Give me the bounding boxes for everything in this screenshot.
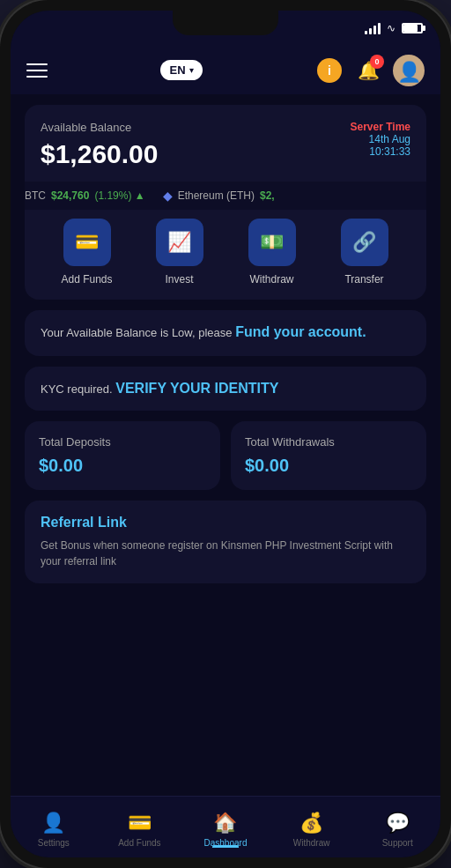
eth-label: Ethereum (ETH): [178, 189, 255, 202]
action-buttons: 💳 Add Funds 📈 Invest 💵 W: [41, 210, 410, 289]
settings-icon: 👤: [41, 812, 65, 835]
hamburger-menu-button[interactable]: [26, 63, 48, 78]
language-label: EN: [169, 63, 185, 77]
chart-icon: 📈: [167, 231, 191, 254]
invest-button[interactable]: 📈 Invest: [149, 219, 211, 286]
withdraw-nav-icon: 💰: [299, 812, 323, 835]
bottom-nav-support[interactable]: 💬 Support: [354, 806, 440, 848]
low-balance-alert: Your Available Balance is Low, please Fu…: [25, 310, 426, 356]
notifications-button[interactable]: 🔔 0: [354, 56, 382, 85]
verify-identity-link[interactable]: VERIFY YOUR IDENTITY: [115, 381, 278, 396]
nav-right-icons: i 🔔 0 👤: [315, 55, 425, 86]
credit-card-icon: 💳: [75, 231, 99, 254]
notification-badge: 0: [370, 55, 384, 69]
phone-frame: ∿ EN ▾ i: [0, 0, 451, 868]
btc-symbol: BTC: [25, 189, 46, 202]
ticker-btc: BTC $24,760 (1.19%) ▲: [25, 189, 145, 203]
bottom-nav-settings[interactable]: 👤 Settings: [11, 806, 97, 848]
chevron-down-icon: ▾: [189, 65, 194, 75]
fund-account-link[interactable]: Fund your account.: [235, 324, 366, 339]
bottom-nav-withdraw[interactable]: 💰 Withdraw: [269, 806, 355, 848]
server-time-label: Server Time: [351, 121, 411, 133]
add-funds-nav-label: Add Funds: [118, 838, 160, 848]
add-funds-nav-icon: 💳: [128, 812, 152, 835]
total-withdrawals-card: Total Withdrawals $0.00: [231, 421, 426, 490]
server-time-section: Server Time 14th Aug 10:31:33: [351, 121, 411, 158]
bottom-nav-add-funds[interactable]: 💳 Add Funds: [97, 806, 183, 848]
withdrawals-value: $0.00: [245, 456, 412, 476]
signal-bars-icon: [365, 22, 381, 34]
bottom-nav-dashboard[interactable]: 🏠 Dashboard: [182, 806, 269, 848]
info-button[interactable]: i: [315, 56, 344, 85]
transfer-label: Transfer: [344, 273, 383, 286]
balance-label: Available Balance: [41, 121, 158, 134]
money-icon: 💵: [260, 231, 284, 254]
support-icon: 💬: [386, 812, 410, 835]
server-time-date: 14th Aug: [351, 133, 411, 145]
total-deposits-card: Total Deposits $0.00: [25, 421, 220, 490]
status-icons: ∿: [365, 22, 423, 34]
deposits-label: Total Deposits: [39, 435, 206, 449]
referral-title: Referral Link: [41, 515, 410, 530]
kyc-text: KYC required.: [41, 382, 115, 396]
btc-change: (1.19%) ▲: [94, 189, 144, 202]
add-funds-label: Add Funds: [61, 273, 112, 286]
dashboard-nav-label: Dashboard: [204, 838, 248, 848]
withdraw-label: Withdraw: [249, 273, 293, 286]
balance-amount: $1,260.00: [41, 139, 158, 169]
withdraw-button[interactable]: 💵 Withdraw: [241, 219, 303, 286]
notch: [173, 11, 278, 35]
stats-row: Total Deposits $0.00 Total Withdrawals $…: [25, 421, 426, 490]
referral-description: Get Bonus when someone register on Kinsm…: [41, 538, 410, 569]
phone-screen: ∿ EN ▾ i: [11, 11, 440, 857]
btc-price: $24,760: [51, 189, 89, 202]
battery-icon: [402, 23, 423, 33]
eth-price: $2,: [260, 189, 275, 202]
transfer-button[interactable]: 🔗 Transfer: [334, 219, 396, 286]
avatar-person-icon: 👤: [397, 63, 421, 82]
invest-label: Invest: [165, 273, 193, 286]
support-nav-label: Support: [382, 838, 413, 848]
low-balance-text: Your Available Balance is Low, please: [41, 326, 235, 339]
dashboard-icon: 🏠: [213, 812, 237, 835]
server-time-clock: 10:31:33: [351, 145, 411, 158]
deposits-value: $0.00: [39, 456, 206, 476]
avatar[interactable]: 👤: [393, 55, 425, 86]
language-selector[interactable]: EN ▾: [160, 60, 202, 80]
withdraw-nav-label: Withdraw: [293, 838, 330, 848]
add-funds-button[interactable]: 💳 Add Funds: [56, 219, 118, 286]
info-icon: i: [328, 63, 331, 78]
settings-nav-label: Settings: [38, 838, 70, 848]
kyc-alert: KYC required. VERIFY YOUR IDENTITY: [25, 367, 426, 411]
balance-card: Available Balance $1,260.00 Server Time …: [25, 105, 426, 300]
eth-icon: ◆: [163, 189, 173, 203]
top-nav: EN ▾ i 🔔 0 👤: [11, 46, 440, 94]
main-content: Available Balance $1,260.00 Server Time …: [11, 94, 440, 796]
withdrawals-label: Total Withdrawals: [245, 435, 412, 449]
bottom-nav: 👤 Settings 💳 Add Funds 🏠 Dashboard 💰 Wit…: [11, 796, 440, 857]
ticker-row: BTC $24,760 (1.19%) ▲ ◆ Ethereum (ETH) $…: [25, 182, 426, 210]
referral-card: Referral Link Get Bonus when someone reg…: [25, 501, 426, 583]
ticker-eth: ◆ Ethereum (ETH) $2,: [163, 189, 275, 203]
wifi-icon: ∿: [387, 22, 396, 34]
share-icon: 🔗: [352, 231, 376, 254]
